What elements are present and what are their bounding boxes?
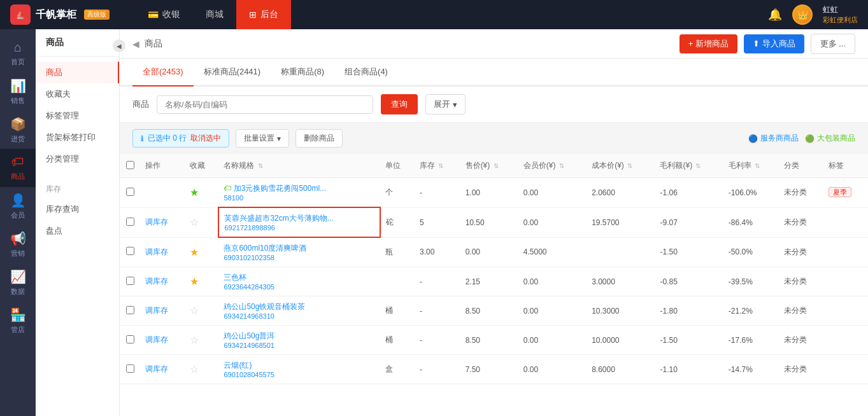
service-goods-icon: 🔵 xyxy=(748,134,758,143)
adjust-stock-link[interactable]: 调库存 xyxy=(145,335,168,344)
selected-count: 已选中 0 行 xyxy=(148,133,187,144)
star-icon[interactable]: ★ xyxy=(190,247,199,258)
sub-sidebar-item-shelf-print[interactable]: 货架标签打印 xyxy=(36,127,119,148)
stock-cell: - xyxy=(415,267,460,296)
member-price-cell: 0.00 xyxy=(518,267,587,296)
action-bar: ℹ 已选中 0 行 取消选中 批量设置 ▾ 删除商品 🔵 服务商商品 🟢 大包装… xyxy=(120,123,868,154)
th-favorite: 收藏 xyxy=(185,154,219,178)
adjust-stock-link[interactable]: 调库存 xyxy=(145,247,168,256)
expand-button[interactable]: 展开 ▾ xyxy=(425,94,466,114)
product-name-link[interactable]: 云烟(红) xyxy=(224,361,252,370)
sidebar-item-purchase[interactable]: 📦 进货 xyxy=(0,111,36,149)
cost-price-cell xyxy=(587,237,655,267)
sidebar-item-store[interactable]: 🏪 管店 xyxy=(0,302,36,340)
row-checkbox[interactable] xyxy=(126,364,134,373)
more-button[interactable]: 更多 ... xyxy=(811,34,855,54)
sub-sidebar-item-category[interactable]: 分类管理 xyxy=(36,148,119,170)
tab-standard[interactable]: 标准商品(2441) xyxy=(194,59,271,87)
profit-cell: -0.85 xyxy=(655,267,723,296)
sidebar-item-member[interactable]: 👤 会员 xyxy=(0,187,36,225)
product-prefix-icon: 🏷 xyxy=(224,184,233,193)
profit-rate-cell: -50.0% xyxy=(723,237,779,267)
category-cell: 未分类 xyxy=(779,178,823,208)
query-button[interactable]: 查询 xyxy=(381,94,418,114)
adjust-stock-link[interactable]: 调库存 xyxy=(145,218,168,226)
product-code: 6901028045575 xyxy=(224,371,375,378)
sidebar-item-marketing[interactable]: 📢 营销 xyxy=(0,225,36,263)
product-code: 6934214968501 xyxy=(224,342,375,349)
cost-price-cell: 19.5700 xyxy=(587,207,655,237)
tab-all[interactable]: 全部(2453) xyxy=(132,59,194,87)
price-cell: 10.50 xyxy=(460,207,518,237)
product-name-link[interactable]: 加3元换购雪花勇闯500ml... xyxy=(234,184,326,193)
tab-combo[interactable]: 组合商品(4) xyxy=(334,59,398,87)
row-checkbox[interactable] xyxy=(126,188,134,196)
star-icon[interactable]: ☆ xyxy=(190,335,199,345)
tab-weight[interactable]: 称重商品(8) xyxy=(271,59,334,87)
product-name-link[interactable]: 鸡公山50g铁观音桶装茶 xyxy=(224,302,305,311)
cost-price-cell: 8.6000 xyxy=(587,355,655,384)
row-checkbox[interactable] xyxy=(126,306,134,314)
sub-sidebar-item-goods[interactable]: 商品 xyxy=(36,62,119,83)
nav-item-cashier[interactable]: 💳 收银 xyxy=(135,0,193,29)
star-icon[interactable]: ☆ xyxy=(190,364,199,375)
product-code: 6934214968310 xyxy=(224,312,375,320)
member-price-cell: 0.00 xyxy=(518,207,587,237)
nav-item-backend[interactable]: ⊞ 后台 xyxy=(236,0,291,29)
sub-sidebar-item-inventory[interactable]: 盘点 xyxy=(36,220,119,242)
sales-icon: 📊 xyxy=(10,78,26,94)
package-goods-link[interactable]: 🟢 大包装商品 xyxy=(805,133,855,144)
profit-rate-cell: -86.4% xyxy=(723,207,779,237)
back-arrow-icon[interactable]: ◀ xyxy=(132,39,139,49)
product-name-link[interactable]: 三色杯 xyxy=(224,273,246,282)
delete-goods-button[interactable]: 删除商品 xyxy=(295,129,343,148)
cancel-select-button[interactable]: 取消选中 xyxy=(190,133,221,144)
bell-icon[interactable]: 🔔 xyxy=(768,8,782,22)
member-icon: 👤 xyxy=(10,193,26,208)
stock-cell: - xyxy=(415,296,460,326)
sub-sidebar-item-favorites[interactable]: 收藏夫 xyxy=(36,83,119,105)
price-cell: 8.50 xyxy=(460,326,518,355)
th-unit: 单位 xyxy=(380,154,415,178)
row-checkbox[interactable] xyxy=(126,335,134,343)
marketing-label: 营销 xyxy=(11,249,25,258)
sidebar-item-goods[interactable]: 🏷 商品 xyxy=(0,149,36,187)
row-checkbox[interactable] xyxy=(126,247,134,255)
product-name-link[interactable]: 芙蓉兴盛超市32cm大号薄购物... xyxy=(224,214,333,223)
user-info: 虹虹 彩虹便利店 xyxy=(823,4,858,25)
product-name-link[interactable]: 燕京600ml10度清爽啤酒 xyxy=(224,244,306,253)
tag-cell xyxy=(823,207,868,237)
nav-item-mall[interactable]: 商城 xyxy=(193,0,236,29)
batch-settings-button[interactable]: 批量设置 ▾ xyxy=(236,129,289,148)
star-icon[interactable]: ★ xyxy=(190,187,199,198)
adjust-stock-link[interactable]: 调库存 xyxy=(145,277,168,286)
star-icon[interactable]: ☆ xyxy=(190,305,199,316)
row-checkbox[interactable] xyxy=(126,218,134,226)
product-name-cell: 三色杯6923644284305 xyxy=(218,267,380,296)
sidebar-item-home[interactable]: ⌂ 首页 xyxy=(0,34,36,73)
sub-sidebar-item-tags[interactable]: 标签管理 xyxy=(36,105,119,127)
product-name-link[interactable]: 鸡公山50g普洱 xyxy=(224,331,274,340)
profit-rate-cell: -21.2% xyxy=(723,296,779,326)
data-label: 数据 xyxy=(11,287,25,296)
add-goods-button[interactable]: + 新增商品 xyxy=(679,34,737,53)
search-input[interactable] xyxy=(157,95,373,114)
service-goods-link[interactable]: 🔵 服务商商品 xyxy=(748,133,799,144)
sidebar-item-data[interactable]: 📈 数据 xyxy=(0,263,36,302)
adjust-stock-link[interactable]: 调库存 xyxy=(145,364,168,373)
collapse-button[interactable]: ◀ xyxy=(113,39,125,52)
star-icon[interactable]: ☆ xyxy=(190,217,199,228)
th-member-price: 会员价(¥) ⇅ xyxy=(518,154,587,178)
adjust-stock-link[interactable]: 调库存 xyxy=(145,306,168,315)
table-row: 调库存☆芙蓉兴盛超市32cm大号薄购物...6921721898896砣510.… xyxy=(120,207,868,237)
star-icon[interactable]: ★ xyxy=(190,276,199,287)
user-name: 虹虹 xyxy=(823,4,858,15)
sub-sidebar-item-stock-query[interactable]: 库存查询 xyxy=(36,198,119,220)
favorite-cell: ☆ xyxy=(185,207,219,237)
import-goods-button[interactable]: ⬆ 导入商品 xyxy=(744,34,804,53)
select-all-checkbox[interactable] xyxy=(126,161,134,169)
tag-cell xyxy=(823,237,868,267)
category-cell: 未分类 xyxy=(779,326,823,355)
row-checkbox[interactable] xyxy=(126,277,134,285)
sidebar-item-sales[interactable]: 📊 销售 xyxy=(0,73,36,111)
